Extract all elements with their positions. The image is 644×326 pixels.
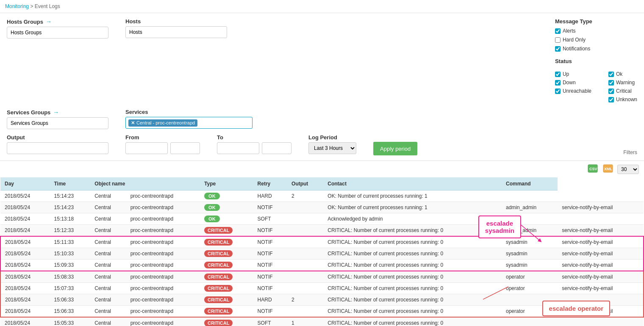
- filters-row-3: Output From To Log: [7, 134, 637, 155]
- xml-export-button[interactable]: XML: [602, 163, 614, 175]
- cell-retry: 1: [287, 317, 323, 326]
- down-checkbox[interactable]: [555, 80, 561, 86]
- cell-retry: [287, 213, 323, 225]
- breadcrumb-monitoring[interactable]: Monitoring: [5, 3, 29, 9]
- cell-command: [558, 213, 644, 225]
- hard-only-label: Hard Only: [563, 37, 586, 43]
- csv-export-button[interactable]: CSV: [587, 163, 599, 175]
- col-output: Output: [287, 177, 323, 191]
- services-label: Services: [125, 109, 253, 115]
- filters-panel: Hosts Groups → Hosts Message Type Alerts…: [0, 13, 644, 161]
- output-input[interactable]: [7, 142, 108, 154]
- notifications-checkbox-item: Notifications: [555, 46, 637, 52]
- alerts-checkbox[interactable]: [555, 28, 561, 34]
- cell-output: Acknowledged by admin: [323, 213, 502, 225]
- apply-period-container: Apply period: [373, 134, 417, 155]
- cell-retry: [287, 283, 323, 294]
- cell-retry: 2: [287, 191, 323, 202]
- log-period-select[interactable]: Last 3 Hours Last 24 Hours Last Week Las…: [308, 142, 356, 154]
- hosts-group: Hosts: [125, 18, 227, 38]
- cell-day: 2018/05/24: [0, 260, 50, 271]
- filters-right-label: Filters: [623, 149, 637, 155]
- badge-critical: CRITICAL: [204, 239, 233, 246]
- badge-critical: CRITICAL: [204, 285, 233, 292]
- cell-badge: OK: [200, 213, 253, 225]
- per-page-select-top[interactable]: 30 10 20 50 100: [617, 165, 639, 174]
- hard-only-checkbox[interactable]: [555, 37, 561, 43]
- notifications-checkbox[interactable]: [555, 46, 561, 52]
- cell-type: HARD: [253, 191, 287, 202]
- cell-host: Central: [90, 225, 126, 237]
- cell-output: CRITICAL: Number of current processes ru…: [323, 283, 502, 294]
- cell-host: Central: [90, 294, 126, 306]
- breadcrumb-separator: >: [30, 3, 34, 9]
- cell-host: Central: [90, 260, 126, 271]
- cell-host: Central: [90, 283, 126, 294]
- ok-checkbox[interactable]: [608, 72, 614, 77]
- unreachable-checkbox[interactable]: [555, 88, 561, 94]
- cell-type: SOFT: [253, 317, 287, 326]
- from-label: From: [125, 134, 200, 141]
- cell-contact: [502, 191, 558, 202]
- status-col-left: Up Down Unreachable: [555, 71, 591, 104]
- cell-type: NOTIF: [253, 260, 287, 271]
- sysadmin-annotation: escalade sysadmin: [478, 215, 521, 238]
- cell-badge: CRITICAL: [200, 236, 253, 248]
- cell-retry: [287, 236, 323, 248]
- hosts-groups-input[interactable]: [7, 27, 108, 39]
- cell-type: NOTIF: [253, 225, 287, 237]
- service-tag-remove[interactable]: ✕: [131, 120, 135, 126]
- col-command: Command: [502, 177, 558, 191]
- alerts-label: Alerts: [563, 28, 576, 34]
- cell-type: HARD: [253, 294, 287, 306]
- services-groups-input[interactable]: [7, 117, 108, 129]
- cell-contact: sysadmin: [502, 260, 558, 271]
- csv-icon: CSV: [588, 164, 598, 173]
- hosts-groups-arrow[interactable]: →: [46, 18, 52, 25]
- cell-output: CRITICAL: Number of current processes ru…: [323, 294, 502, 306]
- cell-retry: [287, 260, 323, 271]
- from-date-input[interactable]: [125, 142, 168, 154]
- cell-day: 2018/05/24: [0, 225, 50, 237]
- apply-period-button[interactable]: Apply period: [373, 142, 417, 155]
- filters-row-2: Services Groups → Services ✕ Central - p…: [7, 109, 637, 129]
- cell-time: 15:13:18: [50, 213, 90, 225]
- output-group: Output: [7, 134, 108, 154]
- badge-critical: CRITICAL: [204, 227, 233, 234]
- cell-output: OK: Number of current processes running:…: [323, 191, 502, 202]
- cell-host: Central: [90, 317, 126, 326]
- table-container: Day Time Object name Type Retry Output C…: [0, 177, 644, 326]
- cell-command: service-notify-by-email: [558, 236, 644, 248]
- cell-output: CRITICAL: Number of current processes ru…: [323, 236, 502, 248]
- from-inputs: [125, 142, 200, 154]
- to-time-input[interactable]: [262, 142, 291, 154]
- filters-row-1: Hosts Groups → Hosts Message Type Alerts…: [7, 18, 637, 104]
- cell-day: 2018/05/24: [0, 248, 50, 260]
- col-time: Time: [50, 177, 90, 191]
- cell-type: NOTIF: [253, 202, 287, 213]
- warning-checkbox[interactable]: [608, 80, 614, 86]
- cell-time: 15:08:33: [50, 271, 90, 283]
- critical-checkbox[interactable]: [608, 88, 614, 94]
- hosts-input[interactable]: [125, 26, 227, 38]
- status-col-right: Ok Warning Critical Unknown: [608, 71, 637, 104]
- services-tag-input[interactable]: ✕ Central - proc-centreontrapd: [125, 117, 253, 129]
- from-group: From: [125, 134, 200, 154]
- cell-day: 2018/05/24: [0, 283, 50, 294]
- from-time-input[interactable]: [170, 142, 200, 154]
- up-checkbox[interactable]: [555, 72, 561, 77]
- cell-contact: operator: [502, 271, 558, 283]
- to-date-input[interactable]: [217, 142, 259, 154]
- services-groups-arrow[interactable]: →: [53, 109, 59, 116]
- cell-retry: [287, 306, 323, 318]
- cell-service: proc-centreontrapd: [126, 191, 200, 202]
- cell-badge: CRITICAL: [200, 248, 253, 260]
- unknown-checkbox[interactable]: [608, 97, 614, 102]
- cell-badge: CRITICAL: [200, 260, 253, 271]
- cell-retry: [287, 248, 323, 260]
- cell-service: proc-centreontrapd: [126, 271, 200, 283]
- operator-annotation: escalade operator: [542, 301, 610, 316]
- cell-service: proc-centreontrapd: [126, 317, 200, 326]
- table-row: 2018/05/24 15:08:33 Central proc-centreo…: [0, 271, 644, 283]
- cell-badge: CRITICAL: [200, 294, 253, 306]
